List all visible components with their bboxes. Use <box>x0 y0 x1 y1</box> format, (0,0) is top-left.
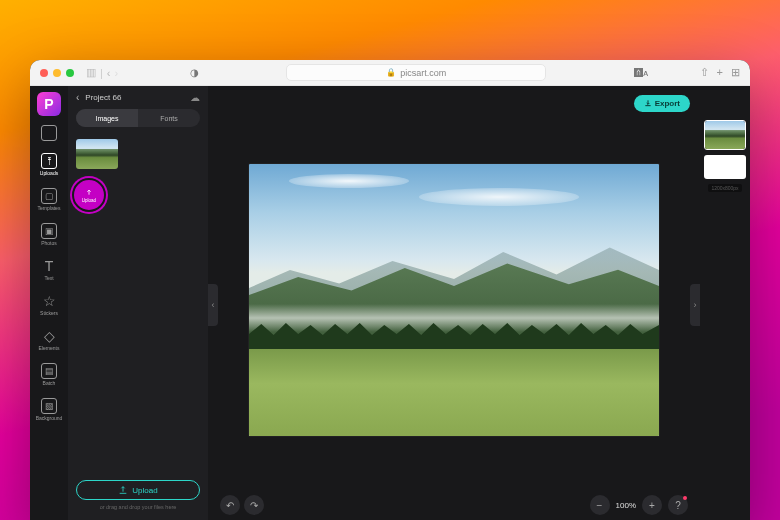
templates-icon: ▢ <box>41 188 57 204</box>
assets-panel: ‹ Project 66 ☁ Images Fonts Upload or dr… <box>68 86 208 520</box>
canvas-area: Export ‹ › ↶ ↷ − 100% <box>208 86 700 520</box>
tab-fonts[interactable]: Fonts <box>138 109 200 127</box>
zoom-in-button[interactable]: + <box>642 495 662 515</box>
undo-button[interactable]: ↶ <box>220 495 240 515</box>
privacy-shield-icon[interactable]: ◑ <box>190 67 199 78</box>
new-tab-icon[interactable]: + <box>717 66 723 79</box>
back-button-icon[interactable]: ‹ <box>107 67 111 79</box>
translate-icon[interactable]: 🅰ᴀ <box>634 68 648 78</box>
collapse-left-handle[interactable]: ‹ <box>208 284 218 326</box>
redo-button[interactable]: ↷ <box>244 495 264 515</box>
batch-icon: ▤ <box>41 363 57 379</box>
export-button[interactable]: Export <box>634 95 690 112</box>
background-icon: ▧ <box>41 398 57 414</box>
upload-icon <box>118 485 128 495</box>
zoom-out-button[interactable]: − <box>590 495 610 515</box>
download-icon <box>644 99 652 107</box>
editor-app: P ⭱Uploads ▢Templates ▣Photos TText ☆Sti… <box>30 86 750 520</box>
help-button[interactable]: ? <box>668 495 688 515</box>
browser-toolbar: ▥ | ‹ › ◑ 🔒 picsart.com 🅰ᴀ ⇧ + ⊞ <box>30 60 750 86</box>
canvas-dimensions: 1200x800px <box>708 184 741 192</box>
upload-icon <box>84 188 94 198</box>
tab-images[interactable]: Images <box>76 109 138 127</box>
window-controls <box>40 69 74 77</box>
tab-overview-icon[interactable]: ⊞ <box>731 66 740 79</box>
canvas-image[interactable] <box>249 164 659 436</box>
rail-uploads[interactable]: ⭱Uploads <box>34 150 64 179</box>
upload-hint: or drag and drop your files here <box>100 504 177 510</box>
rail-background[interactable]: ▧Background <box>34 395 64 424</box>
app-logo[interactable]: P <box>37 92 61 116</box>
uploads-icon: ⭱ <box>41 153 57 169</box>
asset-thumbnail[interactable] <box>76 139 118 169</box>
rail-templates[interactable]: ▢Templates <box>34 185 64 214</box>
rail-layout[interactable] <box>34 122 64 144</box>
asset-tabs: Images Fonts <box>76 109 200 127</box>
browser-nav-group: ▥ | ‹ › <box>86 66 118 79</box>
photos-icon: ▣ <box>41 223 57 239</box>
star-icon: ☆ <box>41 293 57 309</box>
layer-thumbnail-blank[interactable] <box>704 155 746 179</box>
upload-button[interactable]: Upload <box>76 480 200 500</box>
zoom-window-button[interactable] <box>66 69 74 77</box>
minimize-window-button[interactable] <box>53 69 61 77</box>
rail-text[interactable]: TText <box>34 255 64 284</box>
rail-batch[interactable]: ▤Batch <box>34 360 64 389</box>
shapes-icon: ◇ <box>41 328 57 344</box>
browser-window: ▥ | ‹ › ◑ 🔒 picsart.com 🅰ᴀ ⇧ + ⊞ P ⭱Uplo… <box>30 60 750 520</box>
url-host: picsart.com <box>400 68 446 78</box>
text-icon: T <box>41 258 57 274</box>
layout-icon <box>41 125 57 141</box>
sidebar-toggle-icon[interactable]: ▥ <box>86 66 96 79</box>
project-title[interactable]: Project 66 <box>85 93 184 102</box>
tool-rail: P ⭱Uploads ▢Templates ▣Photos TText ☆Sti… <box>30 86 68 520</box>
address-bar[interactable]: 🔒 picsart.com <box>286 64 546 81</box>
lock-icon: 🔒 <box>386 68 396 77</box>
cloud-sync-icon[interactable]: ☁ <box>190 92 200 103</box>
rail-stickers[interactable]: ☆Stickers <box>34 290 64 319</box>
zoom-value[interactable]: 100% <box>616 501 636 510</box>
upload-fab[interactable]: Upload <box>72 178 106 212</box>
back-icon[interactable]: ‹ <box>76 92 79 103</box>
layer-thumbnail[interactable] <box>704 120 746 150</box>
forward-button-icon[interactable]: › <box>115 67 119 79</box>
collapse-right-handle[interactable]: › <box>690 284 700 326</box>
close-window-button[interactable] <box>40 69 48 77</box>
share-icon[interactable]: ⇧ <box>700 66 709 79</box>
rail-photos[interactable]: ▣Photos <box>34 220 64 249</box>
rail-elements[interactable]: ◇Elements <box>34 325 64 354</box>
layers-panel: 1200x800px <box>700 86 750 520</box>
